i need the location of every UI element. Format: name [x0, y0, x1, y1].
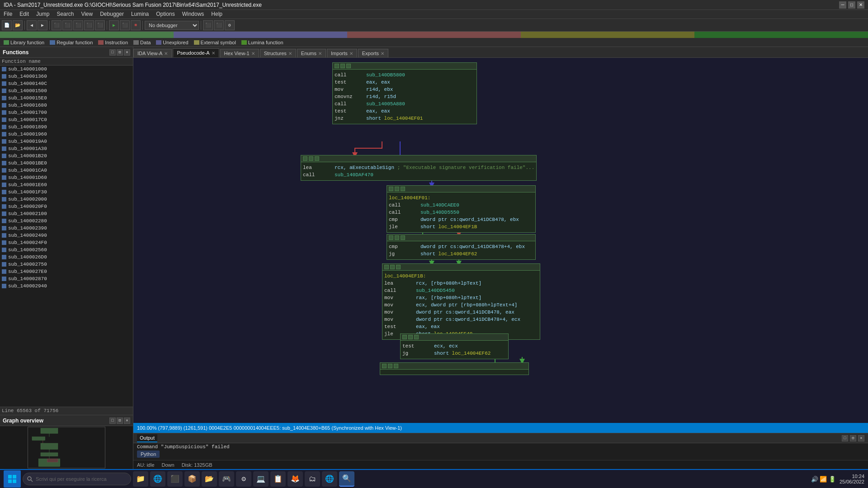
block3-btn1[interactable]	[389, 187, 393, 191]
taskbar-app-net[interactable]: 🌐	[322, 471, 337, 487]
tab-imports-close[interactable]: ✕	[349, 51, 353, 56]
menu-edit[interactable]: Edit	[16, 10, 33, 19]
block6-btn1[interactable]	[402, 335, 407, 339]
block2-btn1[interactable]	[303, 156, 307, 161]
taskbar-app-explorer[interactable]: 📁	[133, 471, 148, 487]
menu-file[interactable]: File	[0, 10, 16, 19]
list-item[interactable]: sub_140002560	[0, 246, 133, 253]
back-button[interactable]: ◀	[27, 20, 37, 30]
list-item[interactable]: sub_140001D60	[0, 174, 133, 181]
block7-btn1[interactable]	[382, 364, 387, 368]
tab-exports[interactable]: Exports ✕	[358, 49, 388, 57]
list-item[interactable]: sub_140002000	[0, 196, 133, 203]
list-item[interactable]: sub_1400027E0	[0, 268, 133, 275]
output-tab-output[interactable]: Output	[137, 434, 157, 442]
list-item[interactable]: sub_140001890	[0, 123, 133, 131]
block1-btn1[interactable]	[335, 64, 339, 68]
tab-hex-view-1[interactable]: Hex View-1 ✕	[220, 49, 259, 57]
block4-btn3[interactable]	[401, 235, 405, 240]
output-content[interactable]: Command "JumpSuspicious" failed Python	[133, 443, 868, 460]
list-item[interactable]: sub_140002750	[0, 261, 133, 268]
output-close[interactable]: ✕	[858, 435, 864, 441]
panel-expand-button[interactable]: □	[109, 49, 116, 56]
taskbar-search-box[interactable]: Scrivi qui per eseguire la ricerca	[23, 473, 131, 485]
taskbar-app-7zip[interactable]: 📦	[184, 471, 200, 487]
menu-view[interactable]: View	[77, 10, 96, 19]
functions-list[interactable]: sub_140001000 sub_140001360 sub_14000140…	[0, 66, 133, 407]
graph-canvas[interactable]: callsub_140DB5800 testeax, eax movr14d, …	[133, 58, 868, 423]
minimize-button[interactable]: ─	[839, 1, 846, 9]
tb-btn1[interactable]: ⬛	[52, 20, 61, 30]
block4-btn1[interactable]	[389, 235, 393, 240]
taskbar-app-chrome[interactable]: 🌐	[150, 471, 165, 487]
block6-btn2[interactable]	[408, 335, 413, 339]
list-item[interactable]: sub_14000140C	[0, 80, 133, 87]
tb-btn5[interactable]: ⬛	[95, 20, 105, 30]
menu-lumina[interactable]: Lumina	[127, 10, 152, 19]
tb-btn2[interactable]: ⬛	[62, 20, 72, 30]
tab-exports-close[interactable]: ✕	[381, 51, 384, 56]
list-item[interactable]: sub_140001700	[0, 109, 133, 116]
block2-btn2[interactable]	[309, 156, 313, 161]
taskbar-app-settings[interactable]: ⚙	[236, 471, 251, 487]
code-block-7[interactable]	[380, 362, 529, 375]
list-item[interactable]: sub_140001680	[0, 102, 133, 109]
tab-structures[interactable]: Structures ✕	[260, 49, 296, 57]
navigation-band[interactable]	[0, 32, 868, 38]
tab-hex-close[interactable]: ✕	[251, 51, 255, 56]
menu-help[interactable]: Help	[208, 10, 226, 19]
stop-button[interactable]: ■	[131, 20, 141, 30]
tab-ida-close[interactable]: ✕	[164, 51, 168, 56]
tab-pseudocode-a[interactable]: Pseudocode-A ✕	[173, 48, 219, 57]
step-button[interactable]: ⬛	[120, 20, 130, 30]
taskbar-app-vscode[interactable]: 💻	[253, 471, 269, 487]
debugger-selector[interactable]: No debugger	[145, 21, 199, 30]
menu-jump[interactable]: Jump	[33, 10, 53, 19]
code-block-1[interactable]: callsub_140DB5800 testeax, eax movr14d, …	[332, 62, 477, 124]
list-item[interactable]: sub_140001500	[0, 87, 133, 94]
taskbar-app-terminal[interactable]: ⬛	[167, 471, 183, 487]
menu-windows[interactable]: Windows	[179, 10, 208, 19]
tab-pseudo-close[interactable]: ✕	[212, 51, 215, 56]
list-item[interactable]: sub_140002490	[0, 232, 133, 239]
run-button[interactable]: ▶	[109, 20, 119, 30]
code-block-5[interactable]: loc_14004EF1B: learcx, [rbp+080h+lpText]…	[382, 263, 540, 340]
block5-btn2[interactable]	[390, 265, 395, 269]
block7-btn2[interactable]	[388, 364, 392, 368]
close-button[interactable]: ✕	[857, 1, 864, 9]
block4-btn2[interactable]	[395, 235, 399, 240]
list-item[interactable]: sub_140002100	[0, 210, 133, 217]
block5-btn1[interactable]	[384, 265, 389, 269]
tab-ida-view-a[interactable]: IDA View-A ✕	[133, 49, 172, 57]
output-subtab[interactable]: Python	[137, 451, 864, 457]
block1-btn3[interactable]	[346, 64, 351, 68]
lumina-button[interactable]: ⬛	[214, 20, 224, 30]
taskbar-app-folder[interactable]: 🗂	[305, 471, 320, 487]
block5-btn3[interactable]	[396, 265, 401, 269]
taskbar-app-task[interactable]: 📋	[270, 471, 286, 487]
block3-btn2[interactable]	[395, 187, 399, 191]
graph-close-button[interactable]: ✕	[124, 418, 130, 424]
block6-btn3[interactable]	[414, 335, 419, 339]
graph-expand-button[interactable]: □	[109, 418, 116, 424]
taskbar-app-steam[interactable]: 🎮	[219, 471, 234, 487]
list-item[interactable]: sub_1400017C0	[0, 116, 133, 123]
list-item[interactable]: sub_1400015E0	[0, 94, 133, 102]
list-item[interactable]: sub_140001A30	[0, 145, 133, 152]
forward-button[interactable]: ▶	[38, 20, 47, 30]
panel-close-button[interactable]: ✕	[124, 49, 130, 56]
list-item[interactable]: sub_140001F30	[0, 188, 133, 196]
code-block-4[interactable]: cmpdword ptr cs:qword_141DCB478+4, ebx j…	[387, 234, 536, 260]
list-item[interactable]: sub_140002390	[0, 225, 133, 232]
block1-btn2[interactable]	[340, 64, 345, 68]
output-expand[interactable]: □	[842, 435, 848, 441]
list-item[interactable]: sub_1400019A0	[0, 138, 133, 145]
sync-button[interactable]: ⬛	[203, 20, 213, 30]
block2-btn3[interactable]	[315, 156, 319, 161]
open-button[interactable]: 📂	[13, 20, 23, 30]
list-item[interactable]: sub_1400024F0	[0, 239, 133, 246]
list-item[interactable]: sub_140002280	[0, 217, 133, 225]
tab-imports[interactable]: Imports ✕	[327, 49, 357, 57]
taskbar-app-ida-active[interactable]: 🔍	[339, 471, 354, 487]
tab-enums[interactable]: Enums ✕	[297, 49, 326, 57]
